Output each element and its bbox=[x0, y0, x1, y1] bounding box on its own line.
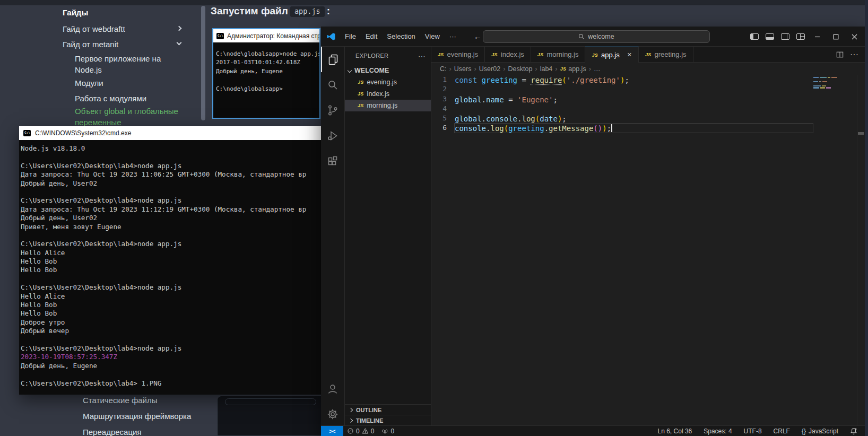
explorer-icon[interactable] bbox=[321, 47, 344, 72]
docs-nav-item[interactable]: Гайд от metanit bbox=[63, 39, 183, 50]
explorer-header: EXPLORER ··· bbox=[345, 47, 431, 65]
outline-section[interactable]: OUTLINE bbox=[345, 404, 431, 415]
file-name: evening.js bbox=[367, 79, 397, 86]
breadcrumb-item[interactable]: Desktop bbox=[508, 65, 532, 73]
explorer-more-icon[interactable]: ··· bbox=[418, 52, 426, 60]
tab-label: evening.js bbox=[447, 50, 479, 58]
more-actions-icon[interactable]: ··· bbox=[850, 50, 858, 59]
docs-nav-item[interactable]: Модули bbox=[75, 77, 184, 89]
menu-item-selection[interactable]: Selection bbox=[382, 31, 420, 42]
settings-gear-icon[interactable] bbox=[321, 402, 344, 427]
back-arrow-icon[interactable]: ← bbox=[474, 32, 482, 41]
split-editor-icon[interactable] bbox=[836, 51, 844, 58]
code-line[interactable]: 4 bbox=[431, 104, 865, 114]
run-debug-icon[interactable] bbox=[321, 123, 344, 149]
toggle-secondary-sidebar-icon[interactable] bbox=[781, 33, 789, 40]
timeline-section[interactable]: TIMELINE bbox=[345, 415, 431, 425]
docs-nav-item[interactable]: Объект global и глобальные переменные bbox=[75, 106, 189, 128]
cmd-terminal-output[interactable]: Node.js v18.18.0 C:\Users\User02\Desktop… bbox=[19, 140, 322, 388]
file-row-index.js[interactable]: JSindex.js bbox=[345, 88, 431, 100]
close-tab-icon[interactable]: ✕ bbox=[627, 51, 632, 58]
cmd-titlebar[interactable]: C:\WINDOWS\System32\cmd.exe bbox=[19, 126, 322, 140]
minimap[interactable] bbox=[813, 77, 856, 89]
search-value: welcome bbox=[588, 33, 614, 40]
warning-icon bbox=[362, 428, 369, 434]
menu-more-icon[interactable]: ··· bbox=[445, 31, 461, 42]
code-line[interactable]: 5global.console.log(date); bbox=[431, 114, 865, 123]
bell-icon bbox=[850, 428, 857, 435]
docs-nav-item[interactable]: Первое приложение на Node.js bbox=[75, 53, 184, 75]
tab-evening.js[interactable]: JSevening.js bbox=[431, 47, 485, 62]
menu-item-edit[interactable]: Edit bbox=[361, 31, 382, 42]
docs-nav-item[interactable]: Работа с модулями bbox=[75, 93, 184, 104]
breadcrumb-label: lab4 bbox=[540, 65, 553, 73]
breadcrumb-item[interactable]: … bbox=[594, 65, 601, 73]
code-editor[interactable]: 1const greeting = require('./greeting');… bbox=[431, 75, 865, 425]
menu-item-view[interactable]: View bbox=[420, 31, 445, 42]
line-number: 1 bbox=[431, 75, 454, 84]
docs-nav-item[interactable]: Гайд от webdraftt bbox=[63, 23, 183, 34]
chevron-down-icon bbox=[348, 68, 352, 73]
code-line[interactable]: 1const greeting = require('./greeting'); bbox=[431, 75, 865, 84]
browser-scrollbar-strip[interactable] bbox=[865, 0, 868, 436]
docs-nav-item[interactable]: Переадресация bbox=[83, 428, 142, 436]
breadcrumb-item[interactable]: C: bbox=[440, 65, 447, 73]
breadcrumb-item[interactable]: lab4 bbox=[540, 65, 553, 73]
file-row-morning.js[interactable]: JSmorning.js bbox=[345, 100, 431, 111]
breadcrumb-item[interactable]: User02 bbox=[479, 65, 500, 73]
account-icon[interactable] bbox=[321, 376, 344, 402]
js-file-icon: JS bbox=[645, 52, 652, 57]
customize-layout-icon[interactable] bbox=[796, 33, 805, 40]
search-sidebar-icon[interactable] bbox=[321, 72, 344, 98]
minimize-icon[interactable] bbox=[814, 34, 820, 40]
breadcrumb-separator: › bbox=[503, 65, 505, 73]
eol-sequence[interactable]: CRLF bbox=[774, 428, 790, 435]
code-line-content: const greeting = require('./greeting'); bbox=[454, 75, 813, 84]
editor-scrollbar[interactable] bbox=[857, 75, 865, 425]
tab-morning.js[interactable]: JSmorning.js bbox=[531, 47, 586, 62]
search-input[interactable]: welcome bbox=[483, 30, 710, 43]
file-row-evening.js[interactable]: JSevening.js bbox=[345, 76, 431, 88]
cmd-terminal-line: Добрый день, Eugene bbox=[21, 362, 322, 370]
screenshot-terminal-line: 2017-01-03T10:01:42.618Z bbox=[216, 58, 319, 67]
extensions-icon[interactable] bbox=[321, 149, 344, 174]
breadcrumb-item[interactable]: JSapp.js bbox=[560, 65, 586, 73]
tab-label: greeting.js bbox=[655, 50, 687, 58]
cmd-terminal-line: Hello Bob bbox=[21, 301, 322, 309]
docs-nav-item[interactable]: Маршрутизация фреймворка bbox=[83, 412, 191, 421]
language-mode[interactable]: {}JavaScript bbox=[802, 428, 838, 435]
cmd-terminal-line: Добрый день, User02 bbox=[21, 214, 322, 222]
notifications-bell[interactable] bbox=[850, 428, 857, 435]
cmd-terminal-line: Привет, меня зовут Eugene bbox=[21, 223, 322, 231]
docs-nav-item[interactable]: Гайды bbox=[63, 7, 183, 18]
file-name: morning.js bbox=[367, 102, 398, 109]
code-line-content: global.console.log(date); bbox=[454, 114, 813, 123]
docs-scrollbar[interactable] bbox=[201, 6, 205, 120]
toggle-panel-icon[interactable] bbox=[766, 33, 774, 40]
page-top-strip bbox=[0, 0, 868, 5]
code-line[interactable]: 2 bbox=[431, 84, 865, 94]
minimap-line bbox=[813, 85, 856, 86]
breadcrumb-separator: › bbox=[589, 65, 591, 73]
problems-indicator[interactable]: 0 0 bbox=[343, 428, 378, 435]
docs-nav-item[interactable]: Статические файлы bbox=[83, 396, 158, 405]
folder-row-welcome[interactable]: WELCOME bbox=[345, 65, 431, 76]
maximize-icon[interactable] bbox=[833, 34, 839, 40]
remote-indicator[interactable]: >< bbox=[321, 426, 343, 436]
close-icon[interactable] bbox=[852, 34, 857, 40]
tab-app.js[interactable]: JSapp.js✕ bbox=[585, 47, 639, 63]
cursor-position[interactable]: Ln 6, Col 36 bbox=[658, 428, 692, 435]
indentation[interactable]: Spaces: 4 bbox=[704, 428, 732, 435]
code-line[interactable]: 3global.name = 'Eugene'; bbox=[431, 94, 865, 104]
ports-indicator[interactable]: 0 bbox=[378, 428, 398, 435]
breadcrumb-label: Users bbox=[454, 65, 472, 73]
toggle-sidebar-icon[interactable] bbox=[750, 33, 759, 40]
tab-index.js[interactable]: JSindex.js bbox=[485, 47, 531, 62]
encoding[interactable]: UTF-8 bbox=[744, 428, 762, 435]
source-control-icon[interactable] bbox=[321, 98, 344, 123]
line-number: 5 bbox=[431, 114, 454, 123]
menu-item-file[interactable]: File bbox=[340, 31, 361, 42]
breadcrumb-item[interactable]: Users bbox=[454, 65, 472, 73]
tab-greeting.js[interactable]: JSgreeting.js bbox=[639, 47, 693, 62]
code-line[interactable]: 6console.log(greeting.getMessage()); bbox=[431, 123, 865, 133]
